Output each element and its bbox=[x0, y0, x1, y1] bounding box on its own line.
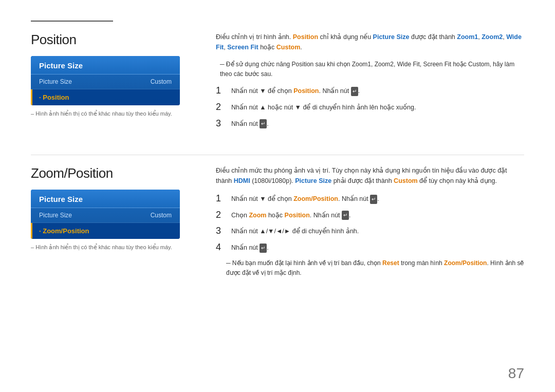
zoom-position-step-4: 4 Nhấn nút ↵. bbox=[216, 242, 524, 253]
tv-menu-position: Picture Size Picture Size Custom · Posit… bbox=[31, 56, 180, 105]
position-highlight-ps: Picture Size bbox=[373, 33, 410, 41]
zoom-position-menu-note: – Hình ảnh hiển thị có thể khác nhau tùy… bbox=[31, 244, 195, 251]
step-text-3: Nhấn nút ↵. bbox=[231, 118, 269, 129]
section-zoom-position-title: Zoom/Position bbox=[31, 165, 195, 181]
zoom-position-step-2: 2 Chọn Zoom hoặc Position. Nhấn nút ↵. bbox=[216, 210, 524, 221]
position-steps: 1 Nhấn nút ▼ để chọn Position. Nhấn nút … bbox=[216, 85, 524, 129]
section-position-left: Position Picture Size Picture Size Custo… bbox=[31, 32, 195, 134]
tv-menu-selected-text-position: · Position bbox=[39, 94, 69, 101]
position-highlight-screenfit: Screen Fit bbox=[227, 44, 258, 51]
section-zoom-position-right: Điều chỉnh mức thu phóng ảnh và vị trí. … bbox=[216, 165, 524, 278]
tv-menu-header-position: Picture Size bbox=[31, 56, 180, 74]
page-container: Position Picture Size Picture Size Custo… bbox=[0, 0, 555, 392]
step-num-1: 1 bbox=[216, 85, 225, 97]
position-menu-note: – Hình ảnh hiển thị có thể khác nhau tùy… bbox=[31, 110, 195, 117]
tv-menu-zoom-position: Picture Size Picture Size Custom · Zoom/… bbox=[31, 190, 180, 239]
zoom-step-text-1: Nhấn nút ▼ để chọn Zoom/Position. Nhấn n… bbox=[231, 193, 379, 204]
zoom-position-step-3: 3 Nhấn nút ▲/▼/◄/► để di chuyển hình ảnh… bbox=[216, 226, 524, 237]
position-step-3: 3 Nhấn nút ↵. bbox=[216, 118, 524, 129]
enter-icon-z4: ↵ bbox=[260, 244, 267, 253]
enter-icon-z2: ↵ bbox=[342, 211, 349, 220]
tv-menu-header-text-position: Picture Size bbox=[39, 61, 83, 70]
tv-menu-selected-text-zoom: · Zoom/Position bbox=[39, 227, 89, 235]
step-num-3: 3 bbox=[216, 118, 225, 129]
section-position-title: Position bbox=[31, 32, 195, 48]
section-zoom-position: Zoom/Position Picture Size Picture Size … bbox=[31, 165, 524, 278]
section-position-right: Điều chỉnh vị trí hình ảnh. Position chỉ… bbox=[216, 32, 524, 134]
position-highlight-zoom2: Zoom2 bbox=[482, 33, 503, 41]
tv-menu-row-picture-size: Picture Size Custom bbox=[31, 74, 180, 89]
zoom-step-num-3: 3 bbox=[216, 226, 225, 237]
step-text-1: Nhấn nút ▼ để chọn Position. Nhấn nút ↵. bbox=[231, 85, 360, 96]
section-zoom-position-left: Zoom/Position Picture Size Picture Size … bbox=[31, 165, 195, 278]
position-intro: Điều chỉnh vị trí hình ảnh. Position chỉ… bbox=[216, 32, 524, 52]
zoom-step-num-4: 4 bbox=[216, 242, 225, 253]
enter-icon-z1: ↵ bbox=[370, 195, 377, 204]
section-position: Position Picture Size Picture Size Custo… bbox=[31, 32, 524, 134]
tv-menu-selected-zoom-position: · Zoom/Position bbox=[31, 223, 180, 239]
position-highlight-custom: Custom bbox=[276, 44, 301, 51]
position-note-dash: Để sử dụng chức năng Position sau khi ch… bbox=[216, 60, 524, 79]
position-highlight-zoom1: Zoom1 bbox=[457, 33, 478, 41]
step-text-2: Nhấn nút ▲ hoặc nút ▼ để di chuyển hình … bbox=[231, 102, 416, 113]
zoom-step-text-3: Nhấn nút ▲/▼/◄/► để di chuyển hình ảnh. bbox=[231, 226, 359, 236]
zoom-position-steps: 1 Nhấn nút ▼ để chọn Zoom/Position. Nhấn… bbox=[216, 193, 524, 253]
step-num-2: 2 bbox=[216, 102, 225, 113]
zoom-step-text-2: Chọn Zoom hoặc Position. Nhấn nút ↵. bbox=[231, 210, 351, 220]
enter-icon-1: ↵ bbox=[351, 87, 358, 96]
enter-icon-3: ↵ bbox=[260, 119, 267, 128]
custom-highlight-zoom: Custom bbox=[394, 177, 418, 184]
tv-menu-row-value: Custom bbox=[151, 78, 172, 85]
zoom-step-text-4: Nhấn nút ↵. bbox=[231, 242, 269, 253]
position-highlight-position: Position bbox=[293, 33, 318, 41]
tv-menu-header-zoom-position: Picture Size bbox=[31, 190, 180, 208]
zoom-position-intro: Điều chỉnh mức thu phóng ảnh và vị trí. … bbox=[216, 165, 524, 186]
page-number: 87 bbox=[508, 365, 524, 382]
tv-menu-selected-position: · Position bbox=[31, 89, 180, 105]
zoom-step-num-2: 2 bbox=[216, 210, 225, 221]
position-step-2: 2 Nhấn nút ▲ hoặc nút ▼ để di chuyển hìn… bbox=[216, 102, 524, 113]
tv-menu-row-value-zoom: Custom bbox=[151, 212, 172, 219]
tv-menu-row-zoom-ps: Picture Size Custom bbox=[31, 208, 180, 223]
ps-highlight-zoom: Picture Size bbox=[295, 177, 331, 184]
tv-menu-header-text-zoom: Picture Size bbox=[39, 195, 83, 203]
hdmi-highlight: HDMI bbox=[234, 177, 250, 184]
zoom-position-step-1: 1 Nhấn nút ▼ để chọn Zoom/Position. Nhấn… bbox=[216, 193, 524, 204]
top-divider bbox=[31, 21, 113, 22]
section-divider bbox=[31, 155, 524, 155]
zoom-position-sub-note: Nếu bạn muốn đặt lại hình ảnh về vị trí … bbox=[216, 258, 524, 278]
zoom-step-num-1: 1 bbox=[216, 193, 225, 204]
position-step-1: 1 Nhấn nút ▼ để chọn Position. Nhấn nút … bbox=[216, 85, 524, 97]
tv-menu-row-label: Picture Size bbox=[39, 78, 72, 85]
tv-menu-row-label-zoom: Picture Size bbox=[39, 212, 72, 219]
